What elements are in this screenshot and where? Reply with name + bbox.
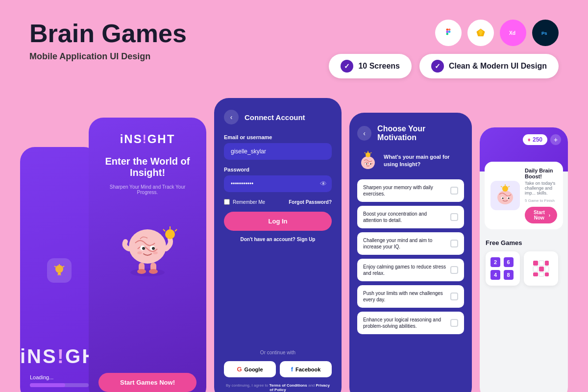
motivation-brain-icon bbox=[357, 150, 379, 172]
svg-rect-58 bbox=[533, 267, 538, 271]
svg-line-44 bbox=[365, 152, 366, 153]
svg-point-36 bbox=[362, 156, 374, 167]
motivation-option-1[interactable]: Sharpen your memory with daily exercises… bbox=[357, 179, 464, 202]
gem-badge: ♦ 250 bbox=[523, 134, 547, 145]
tool-icons: Xd Ps bbox=[435, 20, 559, 46]
badges: ✓ 10 Screens ✓ Clean & Modern UI Design bbox=[329, 54, 559, 78]
card-title: Daily Brain Boost! bbox=[525, 168, 557, 179]
option-checkbox-2[interactable] bbox=[450, 213, 458, 221]
svg-point-22 bbox=[137, 269, 146, 274]
login-button[interactable]: Log In bbox=[224, 212, 332, 231]
gem-count: 250 bbox=[533, 136, 542, 143]
svg-point-50 bbox=[508, 197, 510, 199]
facebook-icon: f bbox=[291, 366, 293, 373]
svg-rect-15 bbox=[57, 274, 61, 275]
password-label: Password bbox=[224, 167, 332, 172]
remember-row: Remember Me Forgot Password? bbox=[224, 199, 332, 205]
check-icon-2: ✓ bbox=[431, 60, 444, 73]
password-input[interactable] bbox=[224, 175, 332, 192]
signup-row: Don't have an account? Sign Up bbox=[224, 237, 332, 242]
figma-icon bbox=[435, 20, 462, 46]
svg-line-28 bbox=[163, 229, 165, 231]
svg-line-43 bbox=[370, 152, 371, 153]
free-games-title: Free Games bbox=[486, 239, 562, 246]
start-games-button[interactable]: Start Games Now! bbox=[98, 373, 196, 392]
svg-point-46 bbox=[497, 191, 513, 204]
dashboard-card-content: Daily Brain Boost! Take on today's chall… bbox=[525, 168, 557, 223]
free-games-section: Free Games 2 6 4 8 bbox=[480, 234, 568, 291]
motivation-option-4[interactable]: Enjoy calming games to reduce stress and… bbox=[357, 259, 464, 281]
badge-screens: ✓ 10 Screens bbox=[329, 54, 412, 78]
insight-logo: iNS!GHT bbox=[120, 132, 175, 146]
add-gems-button[interactable]: + bbox=[550, 134, 561, 145]
loading-text: Loading... bbox=[30, 374, 89, 380]
crossword-tile[interactable] bbox=[524, 251, 558, 286]
num-cell-4: 8 bbox=[504, 270, 514, 280]
dashboard-header-row: ♦ 250 + bbox=[487, 134, 561, 145]
google-button[interactable]: G Google bbox=[224, 361, 276, 377]
num-cell-1: 2 bbox=[490, 257, 500, 267]
start-now-button[interactable]: Start Now › bbox=[525, 207, 557, 223]
remember-checkbox[interactable] bbox=[224, 199, 230, 205]
email-input[interactable] bbox=[224, 143, 332, 160]
svg-line-17 bbox=[63, 266, 64, 267]
connect-title: Connect Account bbox=[245, 113, 305, 122]
xd-icon: Xd bbox=[500, 20, 526, 46]
svg-rect-55 bbox=[533, 261, 538, 266]
svg-point-34 bbox=[153, 251, 158, 254]
eye-icon[interactable]: 👁 bbox=[320, 180, 327, 188]
option-checkbox-1[interactable] bbox=[450, 187, 458, 195]
motivation-screen: ‹ Choose Your Motivation What's your mai… bbox=[349, 113, 472, 392]
app-subtitle: Mobile Application UI Design bbox=[29, 51, 187, 62]
terms-text: By continuing, I agree to Terms of Condi… bbox=[224, 383, 332, 392]
number-ninja-tile[interactable]: 2 6 4 8 bbox=[486, 251, 520, 286]
forgot-password-link[interactable]: Forgot Password? bbox=[289, 199, 332, 205]
option-checkbox-4[interactable] bbox=[450, 266, 458, 274]
svg-rect-57 bbox=[545, 261, 549, 266]
svg-point-40 bbox=[370, 163, 371, 164]
motivation-option-3[interactable]: Challenge your mind and aim to increase … bbox=[357, 232, 464, 255]
signup-link[interactable]: Sign Up bbox=[297, 237, 316, 242]
svg-rect-3 bbox=[446, 31, 448, 33]
motivation-option-2[interactable]: Boost your concentration and attention t… bbox=[357, 206, 464, 228]
svg-point-31 bbox=[142, 247, 145, 250]
social-buttons: G Google f Facebook bbox=[224, 361, 332, 377]
no-account-text: Don't have an account? bbox=[241, 237, 295, 242]
loading-bar-bg bbox=[30, 383, 89, 387]
svg-text:Ps: Ps bbox=[541, 30, 547, 36]
back-button[interactable]: ‹ bbox=[224, 110, 239, 124]
svg-point-51 bbox=[502, 186, 508, 192]
facebook-button[interactable]: f Facebook bbox=[280, 361, 332, 377]
motivation-option-6[interactable]: Enhance your logical reasoning and probl… bbox=[357, 312, 464, 334]
motivation-option-5[interactable]: Push your limits with new challenges eve… bbox=[357, 285, 464, 308]
svg-point-23 bbox=[149, 269, 158, 274]
svg-point-32 bbox=[152, 247, 155, 250]
svg-rect-4 bbox=[448, 31, 450, 33]
option-checkbox-3[interactable] bbox=[450, 240, 458, 247]
screens-container: Loading... iNS!GHT iNS!GHT Enter the Wor… bbox=[0, 98, 588, 392]
svg-rect-5 bbox=[446, 33, 448, 35]
badge-design: ✓ Clean & Modern UI Design bbox=[419, 54, 559, 78]
svg-point-41 bbox=[366, 152, 370, 157]
svg-rect-60 bbox=[545, 267, 549, 271]
motivation-back-button[interactable]: ‹ bbox=[357, 126, 371, 141]
remember-left: Remember Me bbox=[224, 199, 265, 205]
app-title: Brain Games bbox=[29, 20, 187, 48]
connect-screen: ‹ Connect Account Email or username Pass… bbox=[214, 98, 342, 392]
svg-point-25 bbox=[165, 229, 175, 239]
check-icon-1: ✓ bbox=[341, 60, 353, 73]
svg-rect-59 bbox=[539, 267, 544, 271]
loading-bar-fill bbox=[30, 383, 65, 387]
gem-icon: ♦ bbox=[528, 136, 531, 143]
option-checkbox-5[interactable] bbox=[450, 293, 458, 300]
option-checkbox-6[interactable] bbox=[450, 319, 458, 327]
card-sub: Take on today's challenge and imp... ski… bbox=[525, 181, 557, 196]
svg-point-39 bbox=[366, 163, 367, 164]
svg-line-16 bbox=[54, 266, 56, 267]
sketch-icon bbox=[467, 20, 494, 46]
splash-icon bbox=[47, 258, 72, 283]
svg-line-27 bbox=[175, 229, 177, 231]
email-label: Email or username bbox=[224, 134, 332, 140]
svg-text:Xd: Xd bbox=[509, 30, 515, 36]
num-cell-3: 4 bbox=[490, 270, 500, 280]
